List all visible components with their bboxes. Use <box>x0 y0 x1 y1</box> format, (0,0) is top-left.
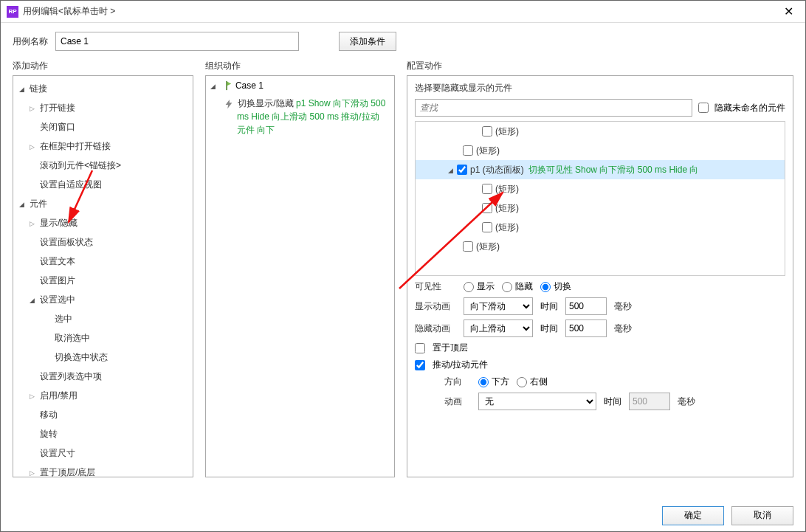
widget-checkbox[interactable] <box>463 145 473 156</box>
hide-unnamed-label: 隐藏未命名的元件 <box>714 102 785 114</box>
push-anim-select[interactable]: 无 <box>478 393 596 410</box>
push-anim-unit: 毫秒 <box>678 395 695 408</box>
hide-anim-time-input[interactable] <box>565 319 607 337</box>
widget-row-rect[interactable]: (矩形) <box>416 122 785 141</box>
hide-anim-row: 隐藏动画 向上滑动 时间 毫秒 <box>415 319 785 337</box>
close-button[interactable]: ✕ <box>777 4 799 18</box>
push-pull-label: 推动/拉动元件 <box>433 359 488 371</box>
tree-item-list-selected[interactable]: 设置列表选中项 <box>13 367 193 386</box>
tree-item-show-hide[interactable]: 显示/隐藏 <box>13 213 193 232</box>
show-anim-unit: 毫秒 <box>614 300 632 313</box>
push-anim-row: 动画 无 时间 毫秒 <box>430 393 785 410</box>
direction-down-radio[interactable] <box>478 377 489 387</box>
visibility-hide-radio[interactable] <box>502 282 512 292</box>
case-row[interactable]: Case 1 <box>206 76 394 95</box>
show-anim-label: 显示动画 <box>415 300 456 313</box>
visibility-toggle-radio[interactable] <box>540 282 551 292</box>
case-name-label: 用例名称 <box>13 35 48 48</box>
tree-item-open-link[interactable]: 打开链接 <box>13 98 193 117</box>
bolt-icon <box>224 99 234 109</box>
case-label: Case 1 <box>235 80 264 91</box>
show-anim-row: 显示动画 向下滑动 时间 毫秒 <box>415 297 785 315</box>
show-anim-time-input[interactable] <box>565 297 607 315</box>
tree-item-enable-disable[interactable]: 启用/禁用 <box>13 386 193 405</box>
svg-rect-0 <box>226 81 227 90</box>
direction-label: 方向 <box>444 376 471 388</box>
tree-item-toggle-select[interactable]: 切换选中状态 <box>13 348 193 367</box>
tree-item-open-in-frame[interactable]: 在框架中打开链接 <box>13 137 193 156</box>
widget-checkbox-p1[interactable] <box>457 165 467 175</box>
hide-anim-time-label: 时间 <box>540 322 558 335</box>
dialog-footer: 确定 取消 <box>1 499 805 531</box>
configure-title: 选择要隐藏或显示的元件 <box>415 82 785 94</box>
widget-checkbox[interactable] <box>482 222 492 232</box>
widget-tree[interactable]: (矩形) (矩形) p1 (动态面板) 切换可见性 Show 向下滑动 500 … <box>415 121 785 276</box>
hide-anim-label: 隐藏动画 <box>415 322 456 335</box>
case-name-input[interactable] <box>55 32 299 51</box>
widget-row-rect[interactable]: (矩形) <box>416 179 785 198</box>
push-pull-checkbox[interactable] <box>415 360 425 370</box>
tree-item-panel-state[interactable]: 设置面板状态 <box>13 232 193 252</box>
direction-right-radio[interactable] <box>517 377 527 387</box>
tree-group-widgets[interactable]: 元件 <box>13 194 193 213</box>
visibility-row: 可见性 显示 隐藏 切换 <box>415 280 785 293</box>
widget-desc-p1: 切换可见性 Show 向下滑动 500 ms Hide 向 <box>528 164 699 176</box>
tree-item-set-text[interactable]: 设置文本 <box>13 252 193 271</box>
direction-row: 方向 下方 右侧 <box>430 376 785 388</box>
tree-item-close-window[interactable]: 关闭窗口 <box>13 117 193 137</box>
widget-label-p1: p1 (动态面板) <box>470 164 524 176</box>
visibility-show-radio[interactable] <box>464 282 474 292</box>
hide-unnamed-checkbox[interactable] <box>698 103 709 113</box>
tree-item-set-selected[interactable]: 设置选中 <box>13 290 193 309</box>
tree-item-rotate[interactable]: 旋转 <box>13 424 193 443</box>
push-anim-label: 动画 <box>444 395 471 408</box>
widget-checkbox[interactable] <box>482 203 492 213</box>
window-title: 用例编辑<鼠标单击时 > <box>23 5 777 18</box>
configure-label: 配置动作 <box>407 60 793 72</box>
tree-item-set-image[interactable]: 设置图片 <box>13 271 193 290</box>
action-tree: 链接 打开链接 关闭窗口 在框架中打开链接 滚动到元件<锚链接> 设置自适应视图… <box>13 76 193 477</box>
bring-top-row: 置于顶层 <box>415 342 785 354</box>
add-condition-button[interactable]: 添加条件 <box>339 32 396 51</box>
widget-row-rect[interactable]: (矩形) <box>416 141 785 160</box>
cancel-button[interactable]: 取消 <box>731 506 793 525</box>
tree-item-scroll-anchor[interactable]: 滚动到元件<锚链接> <box>13 156 193 175</box>
widget-checkbox[interactable] <box>482 126 492 137</box>
action-tree-scroll[interactable]: 链接 打开链接 关闭窗口 在框架中打开链接 滚动到元件<锚链接> 设置自适应视图… <box>13 76 193 477</box>
push-anim-time-input <box>629 393 670 410</box>
tree-item-unselect[interactable]: 取消选中 <box>13 328 193 348</box>
push-anim-time-label: 时间 <box>604 395 621 408</box>
add-action-label: 添加动作 <box>13 60 193 72</box>
show-anim-select[interactable]: 向下滑动 <box>464 297 533 315</box>
tree-item-adaptive[interactable]: 设置自适应视图 <box>13 175 193 194</box>
tree-item-move[interactable]: 移动 <box>13 405 193 424</box>
case-name-row: 用例名称 添加条件 <box>1 23 805 57</box>
bring-top-label: 置于顶层 <box>433 342 468 354</box>
show-anim-time-label: 时间 <box>540 300 558 313</box>
push-pull-row: 推动/拉动元件 <box>415 359 785 371</box>
organize-label: 组织动作 <box>205 60 395 72</box>
expand-icon[interactable] <box>448 166 457 174</box>
action-item[interactable]: 切换显示/隐藏 p1 Show 向下滑动 500 ms Hide 向上滑动 50… <box>206 95 394 141</box>
action-text-prefix: 切换显示/隐藏 <box>238 98 293 108</box>
titlebar: RP 用例编辑<鼠标单击时 > ✕ <box>1 1 805 23</box>
tree-item-select[interactable]: 选中 <box>13 309 193 328</box>
app-icon: RP <box>7 6 18 18</box>
ok-button[interactable]: 确定 <box>662 506 724 525</box>
visibility-label: 可见性 <box>415 280 456 293</box>
widget-checkbox[interactable] <box>463 241 473 252</box>
widget-row-rect[interactable]: (矩形) <box>416 218 785 237</box>
organize-panel: Case 1 切换显示/隐藏 p1 Show 向下滑动 500 ms Hide … <box>205 75 395 477</box>
widget-checkbox[interactable] <box>482 184 492 194</box>
tree-item-bring-front[interactable]: 置于顶层/底层 <box>13 463 193 477</box>
widget-row-rect[interactable]: (矩形) <box>416 237 785 256</box>
bring-top-checkbox[interactable] <box>415 343 425 353</box>
widget-row-p1[interactable]: p1 (动态面板) 切换可见性 Show 向下滑动 500 ms Hide 向 <box>416 160 785 179</box>
tree-group-links[interactable]: 链接 <box>13 79 193 98</box>
tree-item-resize[interactable]: 设置尺寸 <box>13 443 193 463</box>
hide-anim-select[interactable]: 向上滑动 <box>464 319 533 337</box>
configure-column: 配置动作 选择要隐藏或显示的元件 隐藏未命名的元件 (矩形) (矩形) p1 (… <box>407 60 793 477</box>
widget-row-rect[interactable]: (矩形) <box>416 198 785 218</box>
add-action-column: 添加动作 链接 打开链接 关闭窗口 在框架中打开链接 滚动到元件<锚链接> 设置… <box>13 60 193 477</box>
search-input[interactable] <box>415 99 692 117</box>
